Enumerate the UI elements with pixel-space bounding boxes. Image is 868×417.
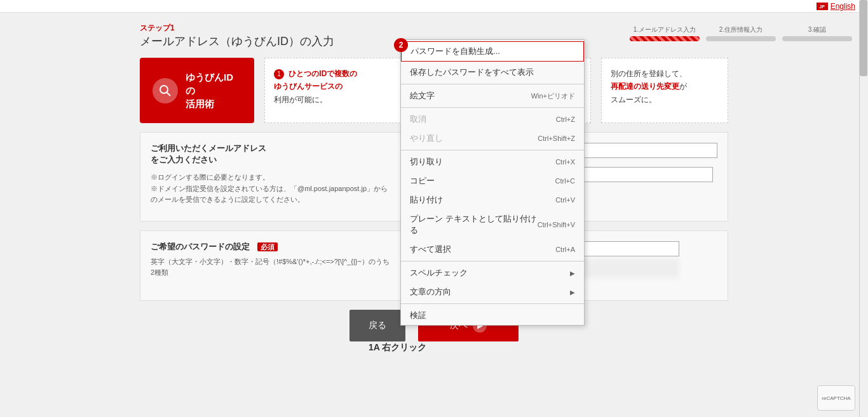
promo-box: ゆうびんIDの活用術 xyxy=(140,58,254,123)
context-menu-shortcut-cut: Ctrl+X xyxy=(555,158,575,166)
context-menu-label-redo: やり直し xyxy=(410,133,443,144)
submenu-arrow-textdir: ▶ xyxy=(570,289,575,296)
context-menu-shortcut-copy: Ctrl+C xyxy=(555,177,575,185)
context-menu-item-emoji[interactable]: 絵文字 Win+ピリオド xyxy=(401,86,584,105)
right-promo-text: 別の住所を登録して、 再配達の送り先変更が スムーズに。 xyxy=(611,69,687,104)
context-menu-item-textdir[interactable]: 文章の方向 ▶ xyxy=(401,282,584,301)
top-bar: JP English xyxy=(0,0,868,13)
context-menu-item-paste[interactable]: 貼り付け Ctrl+V xyxy=(401,190,584,209)
flag-icon: JP xyxy=(817,3,828,10)
context-menu-shortcut-undo: Ctrl+Z xyxy=(556,116,575,123)
progress-area: 1.メールアドレス入力 2.住所情報入力 3.確認 xyxy=(627,25,855,41)
recaptcha-label: reCAPTCHA xyxy=(822,395,850,401)
promo-text: ゆうびんIDの活用術 xyxy=(186,70,241,110)
info-main: 利用が可能に。 xyxy=(274,95,327,104)
password-section-title: ご希望のパスワードの設定 必須 xyxy=(151,241,390,253)
progress-steps: 1.メールアドレス入力 2.住所情報入力 3.確認 xyxy=(627,25,855,41)
context-menu-shortcut-emoji: Win+ピリオド xyxy=(531,91,575,101)
back-button[interactable]: 戻る xyxy=(349,310,405,341)
search-icon xyxy=(158,83,173,98)
progress-step-2: 2.住所情報入力 xyxy=(703,25,779,41)
info-badge: 1 xyxy=(274,69,284,79)
step1-annotation: 1A 右クリック xyxy=(369,342,426,354)
scrollbar-thumb[interactable] xyxy=(860,0,867,76)
context-menu-label-autogenerate: パスワードを自動生成... xyxy=(410,46,500,57)
svg-line-1 xyxy=(167,92,171,96)
right-promo: 別の住所を登録して、 再配達の送り先変更が スムーズに。 xyxy=(601,58,728,123)
context-menu-separator-2 xyxy=(401,107,584,108)
context-menu-label-spellcheck: スペルチェック xyxy=(410,267,468,279)
context-menu-separator-1 xyxy=(401,84,584,84)
english-link[interactable]: English xyxy=(831,2,855,11)
context-menu-label-undo: 取消 xyxy=(410,114,426,125)
context-menu-item-paste-plain[interactable]: プレーン テキストとして貼り付ける Ctrl+Shift+V xyxy=(401,209,584,240)
context-menu-shortcut-paste-plain: Ctrl+Shift+V xyxy=(538,221,575,228)
svg-point-0 xyxy=(160,86,168,93)
context-menu-item-autogenerate[interactable]: パスワードを自動生成... xyxy=(401,41,584,62)
context-menu-separator-5 xyxy=(401,303,584,304)
progress-bar-1 xyxy=(630,36,700,41)
context-menu-item-inspect[interactable]: 検証 xyxy=(401,306,584,325)
context-menu-item-redo[interactable]: やり直し Ctrl+Shift+Z xyxy=(401,129,584,148)
info-link-text: ひとつのIDで複数のゆうびんサービスの xyxy=(274,69,357,91)
context-menu-label-cut: 切り取り xyxy=(410,156,443,168)
recaptcha-widget: reCAPTCHA xyxy=(817,385,855,411)
promo-icon xyxy=(153,78,178,103)
submenu-arrow-spellcheck: ▶ xyxy=(570,270,575,277)
password-required-badge: 必須 xyxy=(257,242,278,251)
step-3-label: 3.確認 xyxy=(808,25,826,34)
context-menu-shortcut-redo: Ctrl+Shift+Z xyxy=(538,135,575,142)
context-menu-shortcut-selectall: Ctrl+A xyxy=(555,246,575,253)
step2-annotation-badge: 2 xyxy=(394,38,408,52)
context-menu-label-showsaved: 保存したパスワードをすべて表示 xyxy=(410,67,534,78)
context-menu-separator-4 xyxy=(401,261,584,261)
progress-step-1: 1.メールアドレス入力 xyxy=(627,25,703,41)
context-menu: パスワードを自動生成... 保存したパスワードをすべて表示 絵文字 Win+ピリ… xyxy=(400,39,585,326)
context-menu-label-inspect: 検証 xyxy=(410,310,426,321)
info-text: ひとつのIDで複数のゆうびんサービスの 利用が可能に。 xyxy=(274,69,357,104)
context-menu-label-paste: 貼り付け xyxy=(410,194,443,206)
context-menu-shortcut-paste: Ctrl+V xyxy=(555,196,575,204)
context-menu-label-selectall: すべて選択 xyxy=(410,244,451,255)
context-menu-separator-3 xyxy=(401,150,584,150)
scrollbar[interactable] xyxy=(859,0,868,417)
context-menu-label-emoji: 絵文字 xyxy=(410,90,435,102)
progress-step-3: 3.確認 xyxy=(779,25,855,41)
step-2-label: 2.住所情報入力 xyxy=(719,25,763,34)
context-menu-item-copy[interactable]: コピー Ctrl+C xyxy=(401,171,584,190)
progress-bar-3 xyxy=(782,36,852,41)
password-note: 英字（大文字・小文字）・数字・記号（!#$%&'()*+,-./:;<=>?[\… xyxy=(151,256,390,279)
email-section-title: ご利用いただくメールアドレスをご入力ください xyxy=(151,143,388,166)
right-promo-red: 再配達の送り先変更 xyxy=(611,82,679,91)
progress-bar-2 xyxy=(706,36,776,41)
context-menu-item-selectall[interactable]: すべて選択 Ctrl+A xyxy=(401,240,584,259)
context-menu-label-paste-plain: プレーン テキストとして貼り付ける xyxy=(410,213,538,236)
context-menu-item-showsaved[interactable]: 保存したパスワードをすべて表示 xyxy=(401,63,584,82)
context-menu-item-undo[interactable]: 取消 Ctrl+Z xyxy=(401,110,584,129)
context-menu-item-spellcheck[interactable]: スペルチェック ▶ xyxy=(401,263,584,282)
step-1-label: 1.メールアドレス入力 xyxy=(634,25,696,34)
context-menu-label-copy: コピー xyxy=(410,175,435,187)
context-menu-label-textdir: 文章の方向 xyxy=(410,286,451,298)
context-menu-item-cut[interactable]: 切り取り Ctrl+X xyxy=(401,152,584,171)
email-note: ※ログインする際に必要となります。 ※ドメイン指定受信を設定されている方は、「@… xyxy=(151,172,388,206)
